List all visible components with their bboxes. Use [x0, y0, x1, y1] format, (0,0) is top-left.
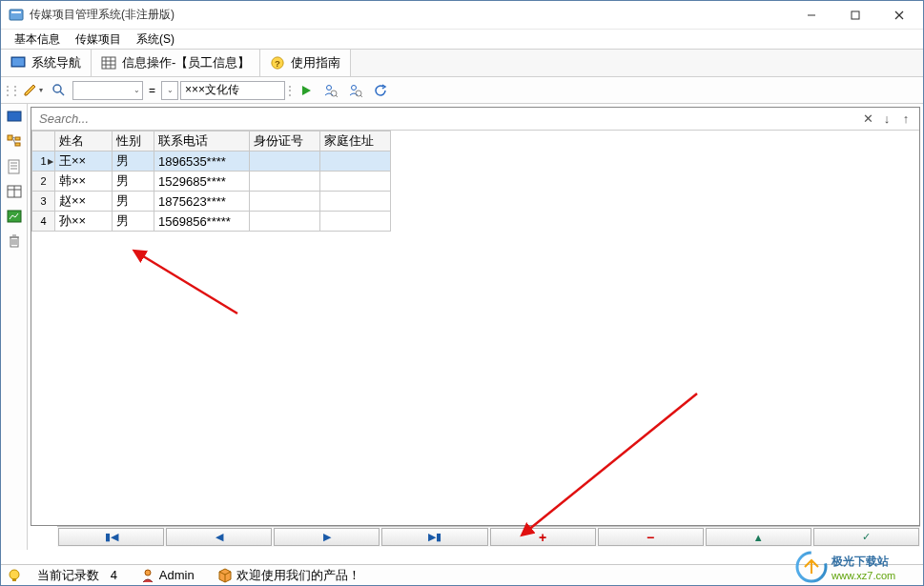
cell-phone[interactable]: 1569856*****: [154, 212, 250, 232]
field-dropdown[interactable]: ⌄: [72, 81, 143, 100]
app-icon: [9, 8, 24, 23]
side-grid-button[interactable]: [5, 182, 24, 201]
record-count-label: 当前记录数: [37, 567, 99, 584]
cell-name[interactable]: 王××: [55, 152, 113, 172]
svg-point-45: [145, 570, 151, 576]
cell-addr[interactable]: [320, 192, 391, 212]
cell-gender[interactable]: 男: [113, 152, 154, 172]
svg-line-22: [360, 95, 362, 97]
cell-id[interactable]: [250, 152, 320, 172]
nav-edit-button[interactable]: ▲: [706, 528, 811, 546]
svg-point-15: [53, 85, 61, 92]
status-user: Admin: [133, 568, 202, 583]
cell-id[interactable]: [250, 172, 320, 192]
close-button[interactable]: [877, 1, 921, 29]
tab-info-operation[interactable]: 信息操作-【员工信息】: [92, 50, 260, 76]
monitor-icon: [10, 56, 26, 70]
minimize-button[interactable]: [790, 1, 833, 29]
search-input[interactable]: [35, 111, 858, 126]
cell-gender[interactable]: 男: [113, 212, 154, 232]
cell-gender[interactable]: 男: [113, 172, 154, 192]
side-tree-button[interactable]: [5, 132, 24, 152]
column-header-id[interactable]: 身份证号: [250, 131, 320, 152]
cell-id[interactable]: [250, 212, 320, 232]
svg-line-19: [336, 95, 338, 97]
svg-text:?: ?: [275, 58, 280, 69]
search-button[interactable]: [48, 80, 71, 101]
clear-search-button[interactable]: ✕: [858, 110, 877, 129]
operator-dropdown[interactable]: ⌄: [161, 81, 178, 100]
svg-rect-25: [15, 137, 20, 140]
table-row[interactable]: 3赵××男1875623****: [32, 192, 391, 212]
column-header-addr[interactable]: 家庭住址: [320, 131, 391, 152]
tab-system-nav[interactable]: 系统导航: [1, 50, 92, 76]
svg-rect-24: [8, 135, 12, 140]
nav-delete-button[interactable]: −: [598, 528, 704, 546]
menu-basic-info[interactable]: 基本信息: [7, 30, 68, 50]
cell-phone[interactable]: 1529685****: [154, 172, 250, 192]
person-search-icon: [323, 83, 339, 98]
tab-label: 信息操作-【员工信息】: [122, 54, 250, 71]
cell-name[interactable]: 韩××: [55, 172, 113, 192]
main-area: ✕ ↓ ↑ 姓名 性别 联系电话 身份证号 家庭住址: [1, 104, 923, 550]
nav-next-button[interactable]: ▶: [274, 528, 380, 546]
table-row[interactable]: 1▶王××男1896535****: [32, 152, 391, 172]
filter-textbox[interactable]: ×××文化传: [180, 81, 285, 100]
cell-gender[interactable]: 男: [113, 192, 154, 212]
side-chart-button[interactable]: [5, 207, 24, 226]
nav-last-button[interactable]: ▶▮: [381, 528, 487, 546]
cell-phone[interactable]: 1875623****: [154, 192, 250, 212]
nav-first-button[interactable]: ▮◀: [58, 528, 164, 546]
maximize-button[interactable]: [833, 1, 877, 29]
side-trash-button[interactable]: [5, 232, 24, 251]
cell-addr[interactable]: [320, 172, 391, 192]
status-welcome: 欢迎使用我们的产品！: [210, 567, 368, 584]
nav-prev-button[interactable]: ◀: [166, 528, 272, 546]
refresh-button[interactable]: [369, 80, 392, 101]
grid-icon: [7, 185, 22, 198]
tree-icon: [7, 134, 22, 150]
help-icon: ?: [270, 56, 285, 70]
record-count-value: 4: [111, 568, 117, 582]
svg-point-43: [10, 570, 19, 579]
data-grid[interactable]: 姓名 性别 联系电话 身份证号 家庭住址 1▶王××男1896535****2韩…: [31, 131, 919, 525]
column-header-phone[interactable]: 联系电话: [154, 131, 250, 152]
svg-rect-7: [12, 58, 24, 66]
content-panel: ✕ ↓ ↑ 姓名 性别 联系电话 身份证号 家庭住址: [31, 107, 920, 526]
nav-confirm-button[interactable]: ✓: [813, 528, 919, 546]
scroll-down-button[interactable]: ↓: [877, 110, 896, 129]
column-header-gender[interactable]: 性别: [113, 131, 154, 152]
cell-addr[interactable]: [320, 212, 391, 232]
table-row[interactable]: 2韩××男1529685****: [32, 172, 391, 192]
menubar: 基本信息 传媒项目 系统(S): [1, 30, 923, 49]
edit-button[interactable]: ▾: [20, 80, 46, 101]
svg-rect-23: [8, 111, 21, 121]
side-monitor-button[interactable]: [5, 108, 24, 127]
svg-rect-29: [9, 160, 19, 173]
side-doc-button[interactable]: [5, 157, 24, 176]
record-navigator: ▮◀ ◀ ▶ ▶▮ + − ▲ ✓: [57, 526, 920, 547]
document-icon: [7, 159, 22, 174]
svg-rect-3: [852, 11, 859, 19]
status-user-name: Admin: [159, 568, 195, 582]
find-user-button[interactable]: [319, 80, 342, 101]
svg-rect-44: [12, 578, 16, 581]
svg-rect-26: [15, 143, 20, 146]
scroll-up-button[interactable]: ↑: [896, 110, 915, 129]
tab-usage-guide[interactable]: ? 使用指南: [260, 50, 351, 76]
column-header-name[interactable]: 姓名: [55, 131, 113, 152]
table-row[interactable]: 4孙××男1569856*****: [32, 212, 391, 232]
menu-media-project[interactable]: 传媒项目: [68, 30, 129, 50]
find-user-button-2[interactable]: [344, 80, 367, 101]
run-button[interactable]: [295, 80, 318, 101]
cell-addr[interactable]: [320, 152, 391, 172]
cell-name[interactable]: 赵××: [55, 192, 113, 212]
nav-add-button[interactable]: +: [490, 528, 596, 546]
status-welcome-text: 欢迎使用我们的产品！: [236, 567, 360, 584]
svg-rect-8: [102, 57, 115, 69]
cell-id[interactable]: [250, 192, 320, 212]
cell-name[interactable]: 孙××: [55, 212, 113, 232]
titlebar: 传媒项目管理系统(非注册版): [1, 1, 923, 30]
menu-system[interactable]: 系统(S): [129, 30, 182, 50]
cell-phone[interactable]: 1896535****: [154, 152, 250, 172]
